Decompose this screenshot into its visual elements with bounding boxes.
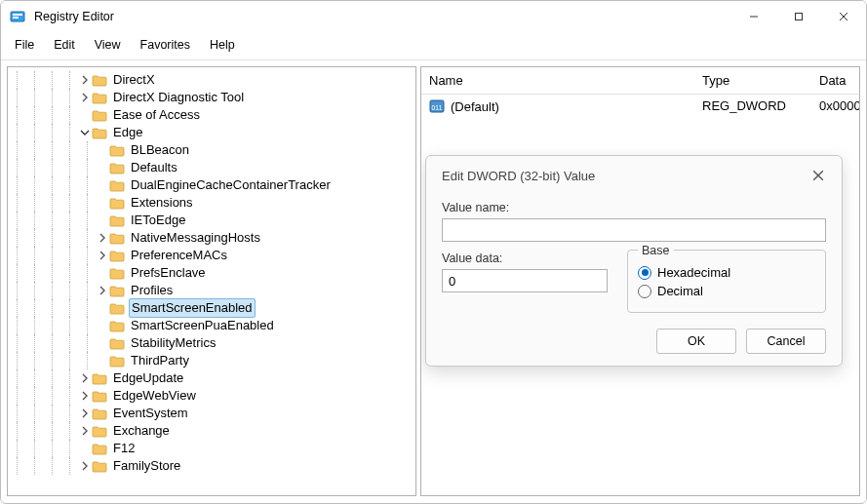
values-pane: Name Type Data 011(Default)REG_DWORD0x00… bbox=[420, 66, 860, 496]
value-name-input[interactable] bbox=[442, 218, 826, 242]
tree-item-label: PreferenceMACs bbox=[129, 247, 229, 264]
folder-icon bbox=[92, 108, 107, 122]
menu-help[interactable]: Help bbox=[202, 36, 243, 54]
tree-item[interactable]: EventSystem bbox=[8, 405, 415, 422]
tree-item-label: Extensions bbox=[129, 194, 195, 212]
value-row[interactable]: 011(Default)REG_DWORD0x00000 bbox=[421, 95, 859, 118]
folder-icon bbox=[92, 424, 107, 438]
value-data: 0x00000 bbox=[811, 97, 860, 116]
tree-item[interactable]: Profiles bbox=[8, 282, 415, 299]
folder-icon bbox=[109, 266, 125, 280]
minimize-button[interactable] bbox=[731, 1, 776, 32]
main-area: DirectXDirectX Diagnostic ToolEase of Ac… bbox=[1, 60, 866, 502]
tree-item-label: EdgeWebView bbox=[111, 387, 198, 405]
folder-icon bbox=[109, 284, 125, 297]
folder-icon bbox=[109, 143, 125, 157]
tree-item-label: DirectX bbox=[111, 71, 157, 89]
hex-label: Hexadecimal bbox=[657, 265, 730, 280]
chevron-right-icon[interactable] bbox=[78, 459, 92, 473]
tree-item[interactable]: BLBeacon bbox=[8, 141, 415, 159]
tree-item-label: DualEngineCacheContainerTracker bbox=[129, 176, 333, 194]
tree-item-label: Ease of Access bbox=[111, 106, 202, 124]
tree-item[interactable]: StabilityMetrics bbox=[8, 334, 415, 352]
value-data-input[interactable] bbox=[442, 269, 608, 292]
tree-item[interactable]: Ease of Access bbox=[8, 106, 415, 124]
folder-icon bbox=[109, 301, 125, 315]
chevron-right-icon[interactable] bbox=[96, 231, 109, 245]
window-title: Registry Editor bbox=[34, 10, 731, 23]
svg-rect-3 bbox=[796, 14, 803, 20]
chevron-down-icon[interactable] bbox=[78, 126, 92, 139]
tree-item[interactable]: DirectX Diagnostic Tool bbox=[8, 89, 415, 106]
tree-item[interactable]: Edge bbox=[8, 124, 415, 141]
chevron-right-icon[interactable] bbox=[96, 284, 109, 297]
menu-favorites[interactable]: Favorites bbox=[133, 36, 198, 54]
menu-file[interactable]: File bbox=[7, 36, 42, 54]
values-body: 011(Default)REG_DWORD0x00000 bbox=[421, 95, 859, 118]
radio-decimal[interactable]: Decimal bbox=[638, 284, 815, 298]
tree-item-label: Profiles bbox=[129, 282, 175, 299]
folder-icon bbox=[109, 161, 125, 174]
chevron-right-icon[interactable] bbox=[96, 249, 109, 262]
tree-item-label: IEToEdge bbox=[129, 212, 187, 229]
dialog-titlebar: Edit DWORD (32-bit) Value bbox=[426, 156, 842, 191]
chevron-right-icon[interactable] bbox=[78, 389, 92, 403]
col-type[interactable]: Type bbox=[694, 67, 811, 94]
chevron-right-icon[interactable] bbox=[78, 73, 92, 87]
tree-item-label: FamilyStore bbox=[111, 457, 182, 475]
cancel-button[interactable]: Cancel bbox=[746, 329, 826, 354]
tree-item[interactable]: DualEngineCacheContainerTracker bbox=[8, 176, 415, 194]
tree-item-label: ThirdParty bbox=[129, 352, 191, 369]
tree-item[interactable]: FamilyStore bbox=[8, 457, 415, 475]
tree-item[interactable]: Extensions bbox=[8, 194, 415, 212]
close-button[interactable] bbox=[821, 1, 866, 32]
radio-hexadecimal[interactable]: Hexadecimal bbox=[638, 265, 815, 280]
dialog-close-button[interactable] bbox=[808, 166, 828, 185]
col-name[interactable]: Name bbox=[421, 67, 694, 94]
menu-edit[interactable]: Edit bbox=[46, 36, 83, 54]
tree-item[interactable]: IEToEdge bbox=[8, 212, 415, 229]
tree-item[interactable]: NativeMessagingHosts bbox=[8, 229, 415, 247]
dec-label: Decimal bbox=[657, 284, 703, 298]
tree-item[interactable]: PrefsEnclave bbox=[8, 264, 415, 282]
value-name-label: Value name: bbox=[442, 201, 826, 214]
chevron-right-icon[interactable] bbox=[78, 371, 92, 385]
tree-item-label: DirectX Diagnostic Tool bbox=[111, 89, 246, 106]
tree-item[interactable]: Exchange bbox=[8, 422, 415, 440]
edit-dword-dialog: Edit DWORD (32-bit) Value Value name: Va… bbox=[425, 155, 843, 367]
tree-item[interactable]: EdgeUpdate bbox=[8, 369, 415, 387]
tree-item[interactable]: ThirdParty bbox=[8, 352, 415, 369]
folder-icon bbox=[109, 178, 125, 192]
col-data[interactable]: Data bbox=[811, 67, 859, 94]
svg-rect-1 bbox=[13, 14, 22, 16]
tree-item[interactable]: F12 bbox=[8, 440, 415, 457]
menubar: File Edit View Favorites Help bbox=[1, 32, 866, 60]
tree-item-label: StabilityMetrics bbox=[129, 334, 217, 352]
tree-item-label: BLBeacon bbox=[129, 141, 191, 159]
chevron-right-icon[interactable] bbox=[78, 424, 92, 438]
maximize-button[interactable] bbox=[776, 1, 821, 32]
tree-item[interactable]: DirectX bbox=[8, 71, 415, 89]
values-header: Name Type Data bbox=[421, 67, 859, 95]
menu-view[interactable]: View bbox=[87, 36, 129, 54]
svg-text:011: 011 bbox=[432, 104, 443, 111]
folder-icon bbox=[109, 213, 125, 227]
tree-item-label: NativeMessagingHosts bbox=[129, 229, 262, 247]
ok-button[interactable]: OK bbox=[656, 329, 736, 354]
app-icon bbox=[9, 8, 26, 25]
tree-item[interactable]: PreferenceMACs bbox=[8, 247, 415, 264]
window-controls bbox=[731, 1, 866, 32]
dialog-title: Edit DWORD (32-bit) Value bbox=[442, 169, 595, 183]
tree-item[interactable]: SmartScreenPuaEnabled bbox=[8, 317, 415, 334]
tree-item[interactable]: SmartScreenEnabled bbox=[8, 299, 415, 317]
tree-item-label: Edge bbox=[111, 124, 144, 141]
folder-icon bbox=[92, 91, 107, 104]
tree-pane[interactable]: DirectXDirectX Diagnostic ToolEase of Ac… bbox=[7, 66, 416, 496]
base-fieldset: Base Hexadecimal Decimal bbox=[627, 250, 826, 313]
chevron-right-icon[interactable] bbox=[78, 407, 92, 420]
tree-item-label: PrefsEnclave bbox=[129, 264, 208, 282]
tree-item[interactable]: Defaults bbox=[8, 159, 415, 176]
tree-item[interactable]: EdgeWebView bbox=[8, 387, 415, 405]
chevron-right-icon[interactable] bbox=[78, 91, 92, 104]
folder-icon bbox=[109, 319, 125, 332]
